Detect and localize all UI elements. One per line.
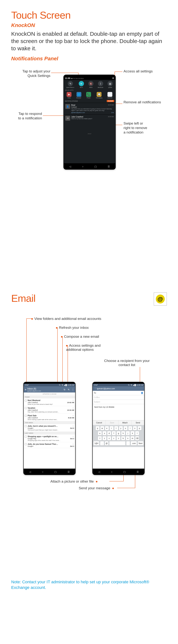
callout-swipe: Swipe left or right to remove a notifica…	[124, 121, 150, 134]
key[interactable]: g	[116, 431, 121, 436]
keyboard[interactable]: qwertyuiopasdfghjkl⇧zxcvbnm⌫1@#,@..comNe…	[93, 425, 144, 447]
label-refresh: Refresh your inbox	[59, 326, 89, 330]
callout-access-settings: Access all settings	[124, 69, 153, 74]
key[interactable]: a	[98, 431, 102, 436]
key[interactable]: p	[138, 426, 142, 430]
key[interactable]: n	[126, 436, 130, 440]
key[interactable]: e	[105, 426, 109, 430]
key[interactable]: k	[130, 431, 135, 436]
qs-quick-memo-[interactable]: ✎Quick Memo+	[66, 81, 74, 88]
key[interactable]: x	[107, 436, 111, 440]
compose-account: lgvtrain1@yahoo.com	[97, 388, 115, 390]
settings-gear-icon[interactable]: ⚙	[112, 77, 114, 80]
label-compose: Compose a new email	[64, 334, 99, 338]
key[interactable]: f	[112, 431, 116, 436]
cc-bcc-field[interactable]: Cc/Bcc	[93, 395, 144, 400]
key[interactable]: i	[128, 426, 132, 430]
email-row[interactable]: Next Weekend☆Julie Crawford10:42 AMWhat …	[24, 398, 75, 406]
qs-wi-fi[interactable]: ≋Wi-Fi	[79, 81, 84, 88]
callout-remove-all: Remove all notifications	[124, 100, 161, 104]
key[interactable]: ,	[100, 441, 104, 446]
nav-menu-icon[interactable]: ☰	[108, 165, 110, 168]
key[interactable]: l	[135, 431, 139, 436]
qslide-apps-row: ▶Video🌐Browser📞Phone💬Messaging▦Calendar	[64, 91, 115, 99]
compose-body[interactable]: Sent from my LG Mobile	[93, 404, 144, 420]
qs-silent[interactable]: 🔇Silent	[88, 81, 94, 88]
key[interactable]: ⌫	[135, 436, 139, 440]
key[interactable]: s	[103, 431, 107, 436]
subject-field[interactable]: Subject	[93, 400, 144, 404]
refresh-icon[interactable]: ↻	[64, 388, 65, 391]
email-row[interactable]: Julie, do you know Samuel Thor…☆Google+O…	[24, 442, 75, 448]
key[interactable]: w	[100, 426, 104, 430]
key[interactable]: 1@#	[93, 441, 100, 446]
android-navbar-inbox[interactable]: ◁○▢☰	[24, 469, 75, 474]
key[interactable]: ⇧	[98, 436, 102, 440]
phone-compose: AT&T ℕ ▫ ⇅ ◢ █ 11:00 AM 〈 lgvtrain1@yaho…	[92, 382, 145, 475]
key[interactable]: @	[105, 441, 109, 446]
key[interactable]: v	[116, 436, 121, 440]
contact-picker-icon[interactable]: 👤	[141, 392, 143, 394]
nav-recent-icon[interactable]: ▢	[95, 165, 97, 168]
app-phone[interactable]: 📞Phone	[86, 92, 91, 98]
day-header: THIS WEEK	[24, 421, 75, 424]
touchscreen-title: Touch Screen	[11, 9, 167, 21]
phone-notifications-panel: 11:00 AM Fri Oct 10 2014 ⚙ ✎Quick Memo+≋…	[63, 75, 116, 170]
key[interactable]: t	[114, 426, 118, 430]
qs-qslide[interactable]: ▥QSlide	[108, 81, 113, 88]
key[interactable]: m	[130, 436, 135, 440]
key[interactable]: Next	[138, 441, 144, 446]
carrier-label: AT&T	[64, 133, 115, 134]
knockon-description: KnockON is enabled at default. Double-ta…	[11, 30, 167, 52]
key[interactable]: h	[121, 431, 125, 436]
label-attach: Attach a picture or other file	[50, 480, 94, 483]
save-button[interactable]: Save	[105, 420, 118, 425]
notification-item[interactable]: ✉Julie Crawford10:39 AMWant to try that …	[64, 114, 115, 122]
nav-home-icon[interactable]: ○	[82, 165, 83, 168]
qs-bluetooth[interactable]: ᛒBluetooth	[98, 81, 103, 88]
statusbar: 11:00 AM Fri Oct 10 2014 ⚙	[64, 76, 115, 80]
overflow-icon[interactable]: ⋮	[72, 388, 74, 391]
key[interactable]: o	[133, 426, 137, 430]
key[interactable]: r	[110, 426, 114, 430]
app-messaging[interactable]: 💬Messaging	[96, 92, 102, 98]
email-row[interactable]: Plant Sale☆Julie Crawford8:18 AMWe're ha…	[24, 414, 75, 421]
app-calendar[interactable]: ▦Calendar	[107, 92, 112, 98]
compose-icon[interactable]: ✎	[68, 388, 70, 391]
email-row[interactable]: Shopping apps + spotlight on ne…☆Google …	[24, 434, 75, 442]
quick-settings-row[interactable]: ✎Quick Memo+≋Wi-Fi🔇SilentᛒBluetooth▥QSli…	[64, 80, 115, 89]
app-browser[interactable]: 🌐Browser	[76, 92, 81, 98]
android-navbar[interactable]: ◁ ○ ▢ ☰	[64, 164, 115, 169]
key[interactable]: .	[126, 441, 130, 446]
updated-label: UPDATED 11:00 AM	[24, 392, 75, 396]
clear-button[interactable]: CLEAR	[107, 100, 114, 102]
label-send: Send your message	[79, 486, 110, 490]
nav-back-icon[interactable]: ◁	[69, 165, 71, 168]
key[interactable]: c	[112, 436, 116, 440]
email-app-icon: @	[154, 292, 167, 306]
notification-item[interactable]: 👤Brad10:49 AMConcertHey there! Are you i…	[64, 103, 115, 114]
back-icon[interactable]: 〈	[94, 387, 96, 390]
android-navbar-compose[interactable]: ◁○▢☰	[93, 469, 144, 474]
key[interactable]: j	[126, 431, 130, 436]
cancel-button[interactable]: Cancel	[93, 420, 105, 425]
to-field[interactable]: To: 👤	[93, 391, 144, 395]
key[interactable]: u	[124, 426, 128, 430]
key[interactable]: q	[96, 426, 100, 430]
key-space[interactable]	[109, 441, 126, 446]
key[interactable]: z	[103, 436, 107, 440]
hamburger-icon[interactable]: ≡	[25, 388, 26, 391]
email-row[interactable]: Vacation☆Julie Crawford10:16 AMHey Julie…	[24, 406, 75, 414]
notifications-panel-heading: Notifications Panel	[11, 56, 167, 62]
notifications-header: NOTIFICATIONS	[65, 100, 78, 102]
key[interactable]: b	[121, 436, 125, 440]
email-row[interactable]: Julie, here's what you missed fr…☆Google…	[24, 424, 75, 432]
day-header: TODAY	[24, 396, 75, 398]
key[interactable]: .com	[131, 441, 137, 446]
key[interactable]: d	[107, 431, 111, 436]
app-video[interactable]: ▶Video	[67, 92, 71, 98]
key[interactable]: y	[119, 426, 123, 430]
attach-button[interactable]: Attach	[119, 420, 131, 425]
send-button[interactable]: Send	[131, 420, 144, 425]
inbox-title: Inbox (6)	[27, 388, 61, 390]
